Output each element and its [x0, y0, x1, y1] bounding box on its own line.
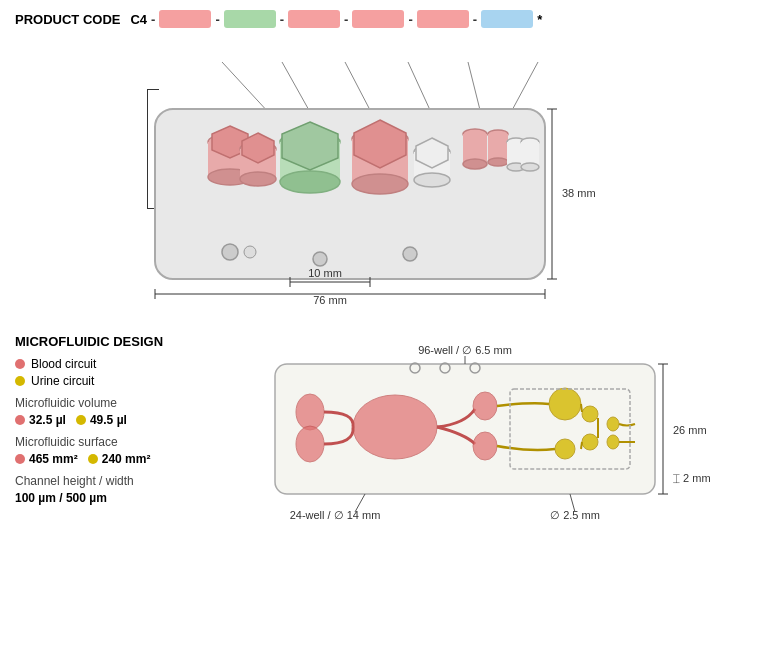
surface-blood-value: 465 mm²	[29, 452, 78, 466]
volume-values: 32.5 µl 49.5 µl	[15, 413, 215, 427]
channel-section: Channel height / width 100 µm / 500 µm	[15, 474, 215, 505]
svg-point-69	[296, 426, 324, 462]
svg-point-54	[403, 247, 417, 261]
svg-point-76	[607, 417, 619, 431]
svg-point-41	[463, 159, 487, 169]
code-box-6[interactable]	[481, 10, 533, 28]
volume-section: Microfluidic volume 32.5 µl 49.5 µl	[15, 396, 215, 427]
microfluidic-svg: 96-well / ∅ 6.5 mm 24-well / ∅ 14 mm ∅ 2…	[235, 334, 755, 554]
surface-values: 465 mm² 240 mm²	[15, 452, 215, 466]
dash-6: -	[473, 12, 477, 27]
microfluidic-diagram: 96-well / ∅ 6.5 mm 24-well / ∅ 14 mm ∅ 2…	[235, 334, 755, 557]
microfluidic-section: MICROFLUIDIC DESIGN Blood circuit Urine …	[0, 324, 766, 557]
svg-point-50	[521, 163, 539, 171]
svg-point-37	[414, 173, 450, 187]
svg-text:96-well / ∅ 6.5 mm: 96-well / ∅ 6.5 mm	[418, 344, 512, 356]
volume-blood: 32.5 µl	[15, 413, 66, 427]
surface-urine-value: 240 mm²	[102, 452, 151, 466]
svg-line-2	[345, 62, 370, 110]
svg-text:10 mm: 10 mm	[308, 267, 342, 279]
svg-point-72	[549, 388, 581, 420]
chip-diagram-area: 76 mm 38 mm 10 mm	[0, 34, 766, 324]
svg-point-75	[582, 434, 598, 450]
volume-label: Microfluidic volume	[15, 396, 215, 410]
chip-svg: 76 mm 38 mm 10 mm	[0, 34, 766, 324]
svg-point-71	[473, 432, 497, 460]
volume-blood-dot	[15, 415, 25, 425]
dash-2: -	[215, 12, 219, 27]
svg-point-74	[582, 406, 598, 422]
svg-text:38 mm: 38 mm	[562, 187, 596, 199]
urine-dot	[15, 376, 25, 386]
blood-label: Blood circuit	[31, 357, 96, 371]
volume-urine-value: 49.5 µl	[90, 413, 127, 427]
surface-urine: 240 mm²	[88, 452, 151, 466]
volume-blood-value: 32.5 µl	[29, 413, 66, 427]
svg-point-33	[352, 174, 408, 194]
legend-blood: Blood circuit	[15, 357, 215, 371]
code-box-4[interactable]	[352, 10, 404, 28]
dash-4: -	[344, 12, 348, 27]
svg-point-73	[555, 439, 575, 459]
surface-section: Microfluidic surface 465 mm² 240 mm²	[15, 435, 215, 466]
svg-line-4	[468, 62, 480, 110]
svg-point-70	[473, 392, 497, 420]
svg-text:76 mm: 76 mm	[313, 294, 347, 306]
svg-point-68	[296, 394, 324, 430]
dash-1: -	[151, 12, 155, 27]
microfluidic-title: MICROFLUIDIC DESIGN	[15, 334, 215, 349]
svg-line-1	[282, 62, 310, 112]
svg-line-5	[510, 62, 538, 114]
legend-urine: Urine circuit	[15, 374, 215, 388]
code-box-2[interactable]	[224, 10, 276, 28]
asterisk: *	[537, 12, 542, 27]
code-box-1[interactable]	[159, 10, 211, 28]
svg-point-77	[607, 435, 619, 449]
dash-5: -	[408, 12, 412, 27]
svg-point-53	[313, 252, 327, 266]
dash-3: -	[280, 12, 284, 27]
channel-value: 100 µm / 500 µm	[15, 491, 215, 505]
product-code-label: PRODUCT CODE	[15, 12, 120, 27]
svg-line-0	[222, 62, 270, 114]
svg-text:24-well / ∅ 14 mm: 24-well / ∅ 14 mm	[290, 509, 381, 521]
svg-point-29	[280, 171, 340, 193]
blood-dot	[15, 359, 25, 369]
product-code-prefix: C4	[130, 12, 147, 27]
svg-point-52	[244, 246, 256, 258]
surface-blood: 465 mm²	[15, 452, 78, 466]
surface-label: Microfluidic surface	[15, 435, 215, 449]
svg-text:⌶ 2 mm: ⌶ 2 mm	[673, 472, 711, 484]
left-info-panel: MICROFLUIDIC DESIGN Blood circuit Urine …	[15, 334, 215, 557]
svg-point-51	[222, 244, 238, 260]
svg-point-25	[240, 172, 276, 186]
surface-urine-dot	[88, 454, 98, 464]
svg-text:26 mm: 26 mm	[673, 424, 707, 436]
code-box-5[interactable]	[417, 10, 469, 28]
surface-blood-dot	[15, 454, 25, 464]
code-box-3[interactable]	[288, 10, 340, 28]
svg-point-67	[353, 395, 437, 459]
svg-point-44	[488, 158, 508, 166]
volume-urine-dot	[76, 415, 86, 425]
channel-label: Channel height / width	[15, 474, 215, 488]
urine-label: Urine circuit	[31, 374, 94, 388]
svg-line-3	[408, 62, 430, 110]
volume-urine: 49.5 µl	[76, 413, 127, 427]
